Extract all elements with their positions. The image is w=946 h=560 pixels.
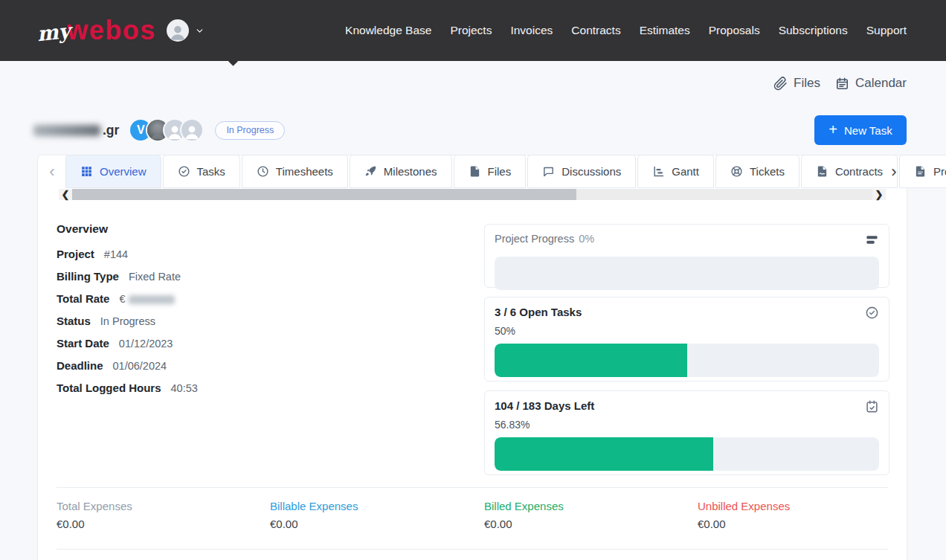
nav-item-support[interactable]: Support	[866, 24, 907, 37]
nav-item-subscriptions[interactable]: Subscriptions	[779, 24, 848, 37]
chevron-left-icon: ❮	[62, 189, 70, 200]
grid-icon	[80, 165, 93, 178]
file-signature-icon	[816, 165, 828, 178]
project-detail-card: ‹ Overview Tasks	[37, 155, 907, 560]
tabs-scroll-right-button[interactable]: ›	[884, 155, 904, 188]
chevron-left-icon: ‹	[49, 162, 54, 181]
status-badge: In Progress	[215, 121, 285, 140]
check-circle-icon	[865, 306, 879, 323]
nav-item-proposals[interactable]: Proposals	[709, 24, 760, 37]
tab-label: Files	[488, 165, 512, 178]
tab-label: Tasks	[197, 165, 225, 178]
tab-tickets[interactable]: Tickets	[715, 155, 799, 188]
calendar-link-label: Calendar	[855, 76, 907, 91]
card-title: 3 / 6 Open Tasks	[495, 306, 582, 318]
progress-bar-track	[495, 344, 879, 377]
tab-milestones[interactable]: Milestones	[350, 155, 452, 188]
scrollbar-right-arrow[interactable]: ❯	[872, 189, 886, 200]
tab-label: Milestones	[384, 165, 437, 178]
field-label: Total Rate	[57, 292, 109, 305]
tab-label: Timesheets	[276, 165, 333, 178]
paperclip-icon	[773, 77, 788, 91]
tab-discussions[interactable]: Discussions	[527, 155, 636, 188]
member-avatar-group: V	[130, 120, 202, 141]
progress-bar-fill	[495, 437, 713, 471]
nav-item-estimates[interactable]: Estimates	[640, 24, 690, 37]
rocket-icon	[364, 165, 377, 178]
overview-heading: Overview	[57, 222, 443, 236]
overview-details: Overview Project #144 Billing Type Fixed…	[57, 222, 443, 404]
tab-timesheets[interactable]: Timesheets	[242, 155, 348, 188]
progress-bars-icon	[865, 233, 879, 250]
expense-value: €0.00	[270, 518, 484, 530]
tabs-horizontal-scrollbar: ❮ ❯	[59, 189, 886, 200]
card-percent-label: 56.83%	[495, 419, 879, 431]
project-title-suffix: .gr	[103, 123, 119, 138]
scrollbar-track[interactable]	[72, 189, 872, 200]
tab-label: Contracts	[835, 165, 883, 178]
calendar-link[interactable]: Calendar	[835, 76, 907, 91]
field-total-rate: Total Rate €	[57, 292, 443, 315]
expenses-summary: Total Expenses €0.00 Billable Expenses €…	[57, 500, 888, 530]
expense-value: €0.00	[484, 518, 698, 530]
progress-cards: Project Progress0% 3 / 6 Open Task	[484, 224, 889, 475]
unbilled-expenses: Unbilled Expenses €0.00	[698, 500, 888, 530]
field-project: Project #144	[57, 248, 443, 270]
tab-label: Gantt	[672, 165, 699, 178]
tab-label: Proposals	[933, 165, 946, 178]
field-billing-type: Billing Type Fixed Rate	[57, 270, 443, 292]
avatar-initial: V	[137, 123, 145, 137]
tab-label: Overview	[100, 165, 147, 178]
card-inline-value: 0%	[579, 233, 594, 245]
tab-tasks[interactable]: Tasks	[163, 155, 240, 188]
chevron-down-icon	[195, 26, 205, 36]
project-title-redacted	[33, 125, 100, 136]
field-label: Project	[57, 248, 94, 260]
card-title: Project Progress0%	[495, 233, 594, 245]
field-start-date: Start Date 01/12/2023	[57, 337, 443, 359]
brand-logo[interactable]: my webos	[37, 15, 156, 46]
field-label: Billing Type	[57, 270, 119, 283]
clock-icon	[257, 165, 269, 178]
tab-contracts[interactable]: Contracts	[801, 155, 898, 188]
app-window: my webos Knowledge Base Projects Invoice…	[0, 0, 946, 560]
user-menu[interactable]	[167, 19, 205, 42]
chevron-right-icon: ›	[891, 162, 896, 181]
expense-value: €0.00	[57, 518, 270, 530]
card-percent-label: 50%	[495, 325, 879, 337]
section-divider	[57, 487, 888, 488]
nav-item-projects[interactable]: Projects	[450, 24, 492, 37]
nav-item-contracts[interactable]: Contracts	[571, 24, 620, 37]
project-page: Files Calendar .gr V	[0, 61, 946, 560]
tab-proposals[interactable]: Proposals	[899, 155, 946, 188]
currency-symbol: €	[119, 293, 125, 305]
tab-label: Discussions	[562, 165, 621, 178]
nav-item-invoices[interactable]: Invoices	[510, 24, 553, 37]
files-link-label: Files	[794, 76, 820, 91]
tab-files[interactable]: Files	[454, 155, 527, 188]
progress-bar-track	[495, 257, 879, 290]
card-title: 104 / 183 Days Left	[495, 399, 594, 412]
field-value: 40:53	[171, 382, 198, 394]
nav-item-knowledge-base[interactable]: Knowledge Base	[345, 24, 431, 37]
files-link[interactable]: Files	[773, 76, 820, 91]
field-value: €	[119, 293, 175, 305]
billable-expenses: Billable Expenses €0.00	[270, 500, 484, 530]
tabs-scroll-left-button[interactable]: ‹	[42, 155, 62, 188]
calendar-check-icon	[865, 399, 879, 416]
expense-value: €0.00	[698, 518, 888, 530]
tab-gantt[interactable]: Gantt	[637, 155, 714, 188]
field-label: Start Date	[57, 337, 109, 350]
chevron-right-icon: ❯	[875, 189, 884, 200]
scrollbar-left-arrow[interactable]: ❮	[59, 189, 72, 200]
tab-overview[interactable]: Overview	[65, 155, 161, 188]
progress-bar-fill	[495, 344, 687, 377]
tab-bar: ‹ Overview Tasks	[38, 155, 907, 188]
page-actions: Files Calendar	[773, 76, 907, 91]
field-value: In Progress	[100, 315, 155, 327]
plus-icon: +	[828, 122, 837, 137]
scrollbar-thumb[interactable]	[72, 189, 576, 200]
tab-label: Tickets	[750, 165, 785, 178]
check-circle-icon	[178, 165, 190, 178]
new-task-button[interactable]: + New Task	[814, 115, 907, 145]
